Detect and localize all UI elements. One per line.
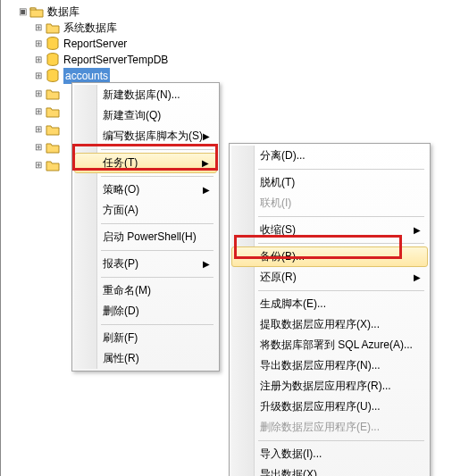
folder-icon xyxy=(46,140,60,154)
tree-node-reportservertempdb[interactable]: ⊞ ReportServerTempDB xyxy=(1,52,452,68)
menu-item-label: 新建数据库(N)... xyxy=(103,88,180,103)
menu-item-label: 生成脚本(E)... xyxy=(260,296,326,312)
menu-item-deploy-azure[interactable]: 将数据库部署到 SQL Azure(A)... xyxy=(231,335,428,355)
submenu-arrow-icon: ▶ xyxy=(203,185,210,195)
menu-item-label: 新建查询(Q) xyxy=(103,108,161,123)
menu-separator xyxy=(258,243,424,244)
menu-separator xyxy=(101,223,213,224)
context-menu-tasks: 分离(D)... 脱机(T) 联机(I) 收缩(S)▶ 备份(B)... 还原(… xyxy=(229,143,431,476)
menu-item-extract-dtier[interactable]: 提取数据层应用程序(X)... xyxy=(231,314,428,335)
menu-item-shrink[interactable]: 收缩(S)▶ xyxy=(231,220,428,240)
folder-icon xyxy=(46,21,60,35)
submenu-arrow-icon: ▶ xyxy=(414,272,421,282)
menu-item-restore[interactable]: 还原(R)▶ xyxy=(231,267,428,288)
menu-item-script-as[interactable]: 编写数据库脚本为(S)▶ xyxy=(74,126,217,146)
expand-icon[interactable]: ⊞ xyxy=(33,142,44,153)
context-menu-database: 新建数据库(N)... 新建查询(Q) 编写数据库脚本为(S)▶ 任务(T)▶ … xyxy=(71,82,220,372)
tree-label: 数据库 xyxy=(47,4,80,20)
menu-item-label: 重命名(M) xyxy=(103,283,151,298)
menu-separator xyxy=(258,440,424,441)
svg-rect-0 xyxy=(30,8,36,10)
expand-icon[interactable]: ⊞ xyxy=(33,54,44,65)
menu-item-label: 删除数据层应用程序(E)... xyxy=(260,420,380,435)
menu-item-upgrade-dtier[interactable]: 升级数据层应用程序(U)... xyxy=(231,397,428,417)
tree-label: 系统数据库 xyxy=(63,20,117,36)
tree-label: ReportServerTempDB xyxy=(63,52,168,68)
menu-item-label: 提取数据层应用程序(X)... xyxy=(260,317,380,332)
menu-separator xyxy=(101,277,213,278)
menu-separator xyxy=(101,176,213,177)
menu-item-backup[interactable]: 备份(B)... xyxy=(231,246,428,267)
menu-item-export-dtier[interactable]: 导出数据层应用程序(N)... xyxy=(231,355,428,376)
menu-item-powershell[interactable]: 启动 PowerShell(H) xyxy=(74,227,217,247)
tree-node-system-databases[interactable]: ⊞ 系统数据库 xyxy=(1,20,452,36)
menu-item-label: 方面(A) xyxy=(103,203,138,218)
folder-icon xyxy=(46,122,60,137)
menu-item-label: 注册为数据层应用程序(R)... xyxy=(260,379,391,394)
collapse-icon[interactable]: ▣ xyxy=(17,6,28,17)
menu-item-label: 刷新(F) xyxy=(103,330,138,346)
menu-item-rename[interactable]: 重命名(M) xyxy=(74,280,217,301)
menu-item-label: 还原(R) xyxy=(260,270,297,285)
tree-node-collapsed[interactable]: ⊞ xyxy=(1,121,452,138)
menu-item-delete-dtier: 删除数据层应用程序(E)... xyxy=(231,417,428,438)
menu-item-delete[interactable]: 删除(D) xyxy=(74,301,217,322)
menu-item-refresh[interactable]: 刷新(F) xyxy=(74,328,217,348)
tree-node-databases[interactable]: ▣ 数据库 xyxy=(1,4,452,20)
menu-item-import-data[interactable]: 导入数据(I)... xyxy=(231,444,428,464)
menu-separator xyxy=(101,324,213,325)
menu-item-new-query[interactable]: 新建查询(Q) xyxy=(74,105,217,126)
menu-item-bring-online: 联机(I) xyxy=(231,193,428,213)
menu-item-label: 任务(T) xyxy=(103,155,138,171)
menu-item-label: 报表(P) xyxy=(103,256,138,271)
tree-node-reportserver[interactable]: ⊞ ReportServer xyxy=(1,36,452,52)
submenu-arrow-icon: ▶ xyxy=(414,225,421,235)
menu-item-label: 策略(O) xyxy=(103,182,139,197)
database-icon xyxy=(46,53,60,67)
menu-item-label: 导出数据(X)... xyxy=(260,467,326,476)
expand-icon[interactable]: ⊞ xyxy=(33,106,44,117)
menu-item-generate-scripts[interactable]: 生成脚本(E)... xyxy=(231,294,428,314)
tree-node-selected-db[interactable]: ⊞ accounts xyxy=(1,68,452,84)
expand-icon[interactable]: ⊞ xyxy=(33,22,44,33)
menu-item-label: 分离(D)... xyxy=(260,148,306,163)
menu-item-take-offline[interactable]: 脱机(T) xyxy=(231,172,428,193)
menu-item-label: 将数据库部署到 SQL Azure(A)... xyxy=(260,338,413,353)
submenu-arrow-icon: ▶ xyxy=(203,131,210,141)
menu-item-label: 启动 PowerShell(H) xyxy=(103,230,197,245)
menu-item-register-dtier[interactable]: 注册为数据层应用程序(R)... xyxy=(231,376,428,397)
menu-separator xyxy=(258,216,424,217)
menu-item-label: 导入数据(I)... xyxy=(260,447,322,462)
database-icon xyxy=(46,69,60,83)
folder-icon xyxy=(46,87,60,101)
menu-item-label: 升级数据层应用程序(U)... xyxy=(260,399,381,414)
menu-separator xyxy=(101,149,213,150)
menu-item-label: 属性(R) xyxy=(103,351,139,366)
menu-item-facets[interactable]: 方面(A) xyxy=(74,200,217,221)
menu-item-label: 脱机(T) xyxy=(260,175,295,190)
menu-item-new-database[interactable]: 新建数据库(N)... xyxy=(74,85,217,105)
submenu-arrow-icon: ▶ xyxy=(203,259,210,269)
menu-item-label: 删除(D) xyxy=(103,304,139,319)
menu-item-detach[interactable]: 分离(D)... xyxy=(231,146,428,166)
expand-icon[interactable]: ⊞ xyxy=(33,38,44,49)
menu-separator xyxy=(258,290,424,291)
menu-item-reports[interactable]: 报表(P)▶ xyxy=(74,254,217,274)
database-icon xyxy=(46,37,60,51)
menu-item-properties[interactable]: 属性(R) xyxy=(74,348,217,369)
tree-label: ReportServer xyxy=(63,36,127,52)
folder-icon xyxy=(29,4,44,19)
expand-icon[interactable]: ⊞ xyxy=(33,88,44,99)
menu-item-tasks[interactable]: 任务(T)▶ xyxy=(74,153,217,173)
expand-icon[interactable]: ⊞ xyxy=(33,160,44,171)
menu-item-label: 备份(B)... xyxy=(260,249,305,264)
folder-icon xyxy=(46,104,60,119)
menu-item-policies[interactable]: 策略(O)▶ xyxy=(74,180,217,200)
expand-icon[interactable]: ⊞ xyxy=(33,124,44,135)
menu-item-export-data[interactable]: 导出数据(X)... xyxy=(231,464,428,476)
menu-item-label: 导出数据层应用程序(N)... xyxy=(260,358,381,373)
menu-separator xyxy=(258,169,424,170)
expand-icon[interactable]: ⊞ xyxy=(33,71,44,81)
tree-node-collapsed[interactable]: ⊞ xyxy=(1,104,452,120)
tree-node-collapsed[interactable]: ⊞ xyxy=(1,86,452,102)
